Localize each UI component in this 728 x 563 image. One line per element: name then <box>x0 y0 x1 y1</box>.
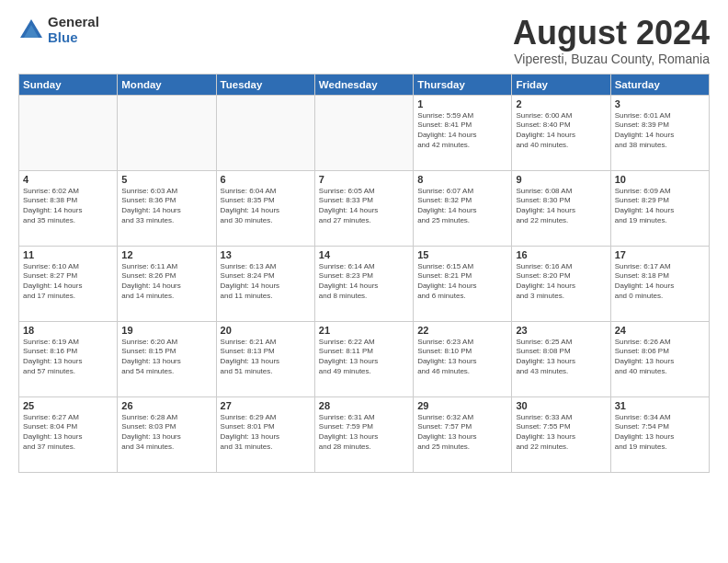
day-info: Sunrise: 6:20 AMSunset: 8:15 PMDaylight:… <box>121 338 211 377</box>
day-info: Sunrise: 6:03 AMSunset: 8:36 PMDaylight:… <box>121 187 211 226</box>
table-row: 23Sunrise: 6:25 AMSunset: 8:08 PMDayligh… <box>512 321 610 396</box>
day-number: 13 <box>221 249 311 260</box>
table-row: 11Sunrise: 6:10 AMSunset: 8:27 PMDayligh… <box>19 246 118 321</box>
table-row: 12Sunrise: 6:11 AMSunset: 8:26 PMDayligh… <box>118 246 216 321</box>
table-row <box>216 95 314 170</box>
day-number: 10 <box>615 174 705 185</box>
day-number: 25 <box>23 400 113 411</box>
day-info: Sunrise: 6:11 AMSunset: 8:26 PMDaylight:… <box>121 262 211 302</box>
table-row: 10Sunrise: 6:09 AMSunset: 8:29 PMDayligh… <box>610 170 709 246</box>
day-info: Sunrise: 6:10 AMSunset: 8:27 PMDaylight:… <box>23 262 113 302</box>
calendar-header-row: Sunday Monday Tuesday Wednesday Thursday… <box>19 74 710 95</box>
day-info: Sunrise: 6:22 AMSunset: 8:11 PMDaylight:… <box>319 338 409 377</box>
calendar-week-3: 11Sunrise: 6:10 AMSunset: 8:27 PMDayligh… <box>19 246 710 321</box>
col-wednesday: Wednesday <box>314 74 413 95</box>
table-row: 15Sunrise: 6:15 AMSunset: 8:21 PMDayligh… <box>414 246 512 321</box>
day-number: 21 <box>319 325 409 336</box>
logo-blue-text: Blue <box>48 30 99 46</box>
day-info: Sunrise: 6:09 AMSunset: 8:29 PMDaylight:… <box>615 187 705 226</box>
day-number: 11 <box>23 249 113 260</box>
table-row: 21Sunrise: 6:22 AMSunset: 8:11 PMDayligh… <box>314 321 413 396</box>
day-number: 19 <box>121 325 211 336</box>
day-info: Sunrise: 5:59 AMSunset: 8:41 PMDaylight:… <box>417 111 507 151</box>
main-title: August 2024 <box>513 15 710 52</box>
col-saturday: Saturday <box>610 74 709 95</box>
day-number: 17 <box>615 249 705 260</box>
day-info: Sunrise: 6:07 AMSunset: 8:32 PMDaylight:… <box>417 187 507 226</box>
col-tuesday: Tuesday <box>216 74 314 95</box>
table-row: 22Sunrise: 6:23 AMSunset: 8:10 PMDayligh… <box>414 321 512 396</box>
table-row <box>314 95 413 170</box>
day-number: 5 <box>121 174 211 185</box>
day-number: 15 <box>417 249 507 260</box>
table-row: 24Sunrise: 6:26 AMSunset: 8:06 PMDayligh… <box>610 321 709 396</box>
day-info: Sunrise: 6:14 AMSunset: 8:23 PMDaylight:… <box>319 262 409 302</box>
table-row: 30Sunrise: 6:33 AMSunset: 7:55 PMDayligh… <box>512 396 610 472</box>
day-number: 31 <box>615 400 705 411</box>
day-info: Sunrise: 6:29 AMSunset: 8:01 PMDaylight:… <box>221 413 311 453</box>
table-row: 20Sunrise: 6:21 AMSunset: 8:13 PMDayligh… <box>216 321 314 396</box>
day-info: Sunrise: 6:15 AMSunset: 8:21 PMDaylight:… <box>417 262 507 302</box>
table-row: 9Sunrise: 6:08 AMSunset: 8:30 PMDaylight… <box>512 170 610 246</box>
calendar-week-5: 25Sunrise: 6:27 AMSunset: 8:04 PMDayligh… <box>19 396 710 472</box>
day-info: Sunrise: 6:32 AMSunset: 7:57 PMDaylight:… <box>417 413 507 453</box>
table-row: 16Sunrise: 6:16 AMSunset: 8:20 PMDayligh… <box>512 246 610 321</box>
col-thursday: Thursday <box>414 74 512 95</box>
day-number: 20 <box>221 325 311 336</box>
day-number: 28 <box>319 400 409 411</box>
table-row: 26Sunrise: 6:28 AMSunset: 8:03 PMDayligh… <box>118 396 216 472</box>
day-number: 24 <box>615 325 705 336</box>
day-number: 4 <box>23 174 113 185</box>
day-info: Sunrise: 6:23 AMSunset: 8:10 PMDaylight:… <box>417 338 507 377</box>
page-container: General Blue August 2024 Viperesti, Buza… <box>0 0 728 563</box>
page-header: General Blue August 2024 Viperesti, Buza… <box>18 15 710 66</box>
day-info: Sunrise: 6:25 AMSunset: 8:08 PMDaylight:… <box>516 338 606 377</box>
day-number: 6 <box>221 174 311 185</box>
col-sunday: Sunday <box>19 74 118 95</box>
calendar-week-2: 4Sunrise: 6:02 AMSunset: 8:38 PMDaylight… <box>19 170 710 246</box>
day-info: Sunrise: 6:26 AMSunset: 8:06 PMDaylight:… <box>615 338 705 377</box>
calendar-week-4: 18Sunrise: 6:19 AMSunset: 8:16 PMDayligh… <box>19 321 710 396</box>
day-info: Sunrise: 6:31 AMSunset: 7:59 PMDaylight:… <box>319 413 409 453</box>
logo-text: General Blue <box>48 15 99 45</box>
table-row: 8Sunrise: 6:07 AMSunset: 8:32 PMDaylight… <box>414 170 512 246</box>
title-block: August 2024 Viperesti, Buzau County, Rom… <box>513 15 710 66</box>
table-row: 7Sunrise: 6:05 AMSunset: 8:33 PMDaylight… <box>314 170 413 246</box>
day-info: Sunrise: 6:16 AMSunset: 8:20 PMDaylight:… <box>516 262 606 302</box>
day-number: 8 <box>417 174 507 185</box>
table-row: 29Sunrise: 6:32 AMSunset: 7:57 PMDayligh… <box>414 396 512 472</box>
subtitle: Viperesti, Buzau County, Romania <box>513 52 710 66</box>
day-number: 3 <box>615 98 705 109</box>
day-number: 2 <box>516 98 606 109</box>
day-number: 16 <box>516 249 606 260</box>
day-number: 23 <box>516 325 606 336</box>
day-number: 14 <box>319 249 409 260</box>
day-info: Sunrise: 6:08 AMSunset: 8:30 PMDaylight:… <box>516 187 606 226</box>
day-number: 7 <box>319 174 409 185</box>
day-number: 30 <box>516 400 606 411</box>
table-row: 3Sunrise: 6:01 AMSunset: 8:39 PMDaylight… <box>610 95 709 170</box>
table-row: 19Sunrise: 6:20 AMSunset: 8:15 PMDayligh… <box>118 321 216 396</box>
day-info: Sunrise: 6:02 AMSunset: 8:38 PMDaylight:… <box>23 187 113 226</box>
calendar-week-1: 1Sunrise: 5:59 AMSunset: 8:41 PMDaylight… <box>19 95 710 170</box>
logo-icon <box>18 17 44 43</box>
day-info: Sunrise: 6:13 AMSunset: 8:24 PMDaylight:… <box>221 262 311 302</box>
day-number: 29 <box>417 400 507 411</box>
table-row: 1Sunrise: 5:59 AMSunset: 8:41 PMDaylight… <box>414 95 512 170</box>
table-row: 6Sunrise: 6:04 AMSunset: 8:35 PMDaylight… <box>216 170 314 246</box>
day-number: 27 <box>221 400 311 411</box>
logo-general-text: General <box>48 15 99 30</box>
table-row: 14Sunrise: 6:14 AMSunset: 8:23 PMDayligh… <box>314 246 413 321</box>
day-info: Sunrise: 6:28 AMSunset: 8:03 PMDaylight:… <box>121 413 211 453</box>
col-monday: Monday <box>118 74 216 95</box>
day-info: Sunrise: 6:21 AMSunset: 8:13 PMDaylight:… <box>221 338 311 377</box>
day-number: 22 <box>417 325 507 336</box>
day-number: 9 <box>516 174 606 185</box>
table-row: 28Sunrise: 6:31 AMSunset: 7:59 PMDayligh… <box>314 396 413 472</box>
day-info: Sunrise: 6:33 AMSunset: 7:55 PMDaylight:… <box>516 413 606 453</box>
day-info: Sunrise: 6:04 AMSunset: 8:35 PMDaylight:… <box>221 187 311 226</box>
col-friday: Friday <box>512 74 610 95</box>
day-info: Sunrise: 6:17 AMSunset: 8:18 PMDaylight:… <box>615 262 705 302</box>
day-info: Sunrise: 6:01 AMSunset: 8:39 PMDaylight:… <box>615 111 705 151</box>
day-number: 26 <box>121 400 211 411</box>
